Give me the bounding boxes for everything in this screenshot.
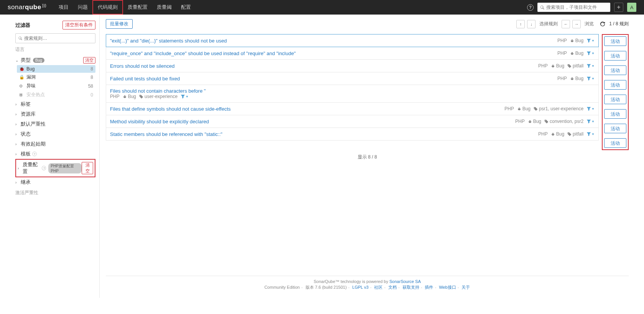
help-icon[interactable]: ?	[42, 166, 46, 170]
facet-tags-header[interactable]: 标签	[15, 99, 95, 109]
filter-sidebar: 过滤器 清空所有条件 语言 类型 Bug 清空 🐞 Bug 8 🔒 漏洞 8	[0, 15, 100, 298]
rule-title[interactable]: Failed unit tests should be fixed	[110, 76, 180, 82]
nav-item-rules[interactable]: 代码规则	[92, 0, 123, 15]
facet-profile-header[interactable]: 质量配置 ? PHP质量配置 PHP 清空	[18, 160, 93, 176]
filter-similar-button[interactable]: ▼	[586, 76, 595, 81]
facet-item-codesmell[interactable]: ⊝ 异味 58	[17, 82, 95, 90]
footer-link[interactable]: Web接口	[439, 285, 456, 289]
filter-similar-button[interactable]: ▼	[181, 94, 189, 99]
nav-item-quality-gates[interactable]: 质量阈	[152, 0, 176, 15]
rule-meta: PHP Bug pitfall ▼	[538, 131, 595, 137]
bulk-change-button[interactable]: 批量修改	[106, 19, 133, 29]
activate-button[interactable]: 活动	[604, 138, 626, 148]
facet-item-count: 0	[90, 92, 93, 98]
filter-similar-button[interactable]: ▼	[586, 64, 595, 68]
activate-button[interactable]: 活动	[604, 36, 626, 46]
filter-similar-button[interactable]: ▼	[586, 51, 595, 56]
nav-item-projects[interactable]: 项目	[54, 0, 73, 15]
facet-label: 标签	[21, 101, 31, 108]
facet-item-vulnerability[interactable]: 🔒 漏洞 8	[17, 73, 95, 82]
activate-button[interactable]: 活动	[604, 65, 626, 75]
filter-similar-button[interactable]: ▼	[586, 38, 595, 43]
global-search[interactable]	[537, 3, 610, 12]
facet-item-bug[interactable]: 🐞 Bug 8	[17, 65, 95, 73]
browse-back-button[interactable]: ←	[562, 20, 570, 28]
rule-row[interactable]: Errors should not be silenced PHP Bug pi…	[106, 59, 599, 72]
chevron-down-icon	[15, 58, 19, 62]
facet-type-header[interactable]: 类型 Bug 清空	[15, 55, 95, 65]
rule-title[interactable]: Method visibility should be explicitly d…	[110, 119, 209, 124]
footer-line1: SonarQube™ technology is powered by Sona…	[106, 279, 629, 284]
filter-search[interactable]	[15, 33, 95, 43]
facet-item-label: 异味	[26, 83, 36, 89]
rule-lang: PHP	[504, 106, 514, 111]
rule-title[interactable]: "exit(...)" and "die(...)" statements sh…	[110, 38, 227, 44]
rule-row[interactable]: Failed unit tests should be fixed PHP Bu…	[106, 72, 599, 85]
nav-item-quality-profiles[interactable]: 质量配置	[123, 0, 152, 15]
footer-sonarsource-link[interactable]: SonarSource SA	[389, 279, 421, 284]
help-icon[interactable]: ?	[32, 152, 37, 156]
rule-row[interactable]: Static members should be referenced with…	[106, 128, 599, 141]
facet-repo-header[interactable]: 资源库	[15, 109, 95, 119]
filter-similar-button[interactable]: ▼	[586, 119, 595, 124]
help-icon[interactable]: ?	[527, 4, 534, 11]
rule-meta: PHP Bug ▼	[557, 51, 595, 56]
rule-row[interactable]: "exit(...)" and "die(...)" statements sh…	[106, 34, 599, 47]
global-search-input[interactable]	[546, 5, 608, 10]
footer-link[interactable]: 文档	[388, 285, 397, 289]
rule-row[interactable]: Method visibility should be explicitly d…	[106, 115, 599, 128]
facet-type-clear-button[interactable]: 清空	[83, 57, 95, 64]
filter-similar-button[interactable]: ▼	[586, 106, 595, 111]
create-button[interactable]: +	[614, 3, 623, 12]
rule-lang: PHP	[110, 94, 120, 99]
activate-button[interactable]: 活动	[604, 95, 626, 104]
footer-link[interactable]: LGPL v3	[352, 285, 368, 289]
activate-button[interactable]: 活动	[604, 80, 626, 90]
rule-row[interactable]: "require_once" and "include_once" should…	[106, 47, 599, 60]
facet-status-header[interactable]: 状态	[15, 129, 95, 139]
rule-row[interactable]: Files that define symbols should not cau…	[106, 102, 599, 115]
rule-type: Bug	[517, 106, 531, 111]
nav-item-admin[interactable]: 配置	[176, 0, 196, 15]
facet-severity-header[interactable]: 默认严重性	[15, 119, 95, 129]
rule-lang: PHP	[557, 51, 567, 56]
rule-type: Bug	[528, 119, 541, 124]
browse-forward-button[interactable]: →	[572, 20, 581, 28]
rule-title[interactable]: Files that define symbols should not cau…	[110, 106, 231, 112]
facet-inheritance-header[interactable]: 继承	[15, 177, 95, 187]
footer-link[interactable]: 插件	[425, 285, 433, 289]
chevron-right-icon	[15, 122, 19, 126]
rule-title[interactable]: "require_once" and "include_once" should…	[110, 51, 296, 56]
rule-meta: PHP Bug ▼	[557, 38, 595, 43]
reload-button[interactable]	[600, 21, 607, 27]
activate-button[interactable]: 活动	[604, 124, 626, 133]
activate-button[interactable]: 活动	[604, 51, 626, 61]
rule-row[interactable]: Files should not contain characters befo…	[106, 85, 599, 103]
rule-title[interactable]: Static members should be referenced with…	[110, 131, 222, 137]
user-avatar[interactable]: A	[627, 3, 636, 12]
select-prev-button[interactable]: ↑	[516, 20, 525, 28]
brand-logo[interactable]: sonarqube)))	[8, 3, 46, 11]
facet-label: 有效起始期	[21, 141, 46, 147]
facet-template-header[interactable]: 模板?	[15, 149, 95, 159]
facet-profile-clear-button[interactable]: 清空	[82, 162, 93, 174]
facet-available-since-header[interactable]: 有效起始期	[15, 139, 95, 149]
chevron-right-icon	[15, 152, 19, 156]
facet-label: 默认严重性	[21, 121, 46, 128]
filter-search-input[interactable]	[24, 36, 93, 41]
rule-title[interactable]: Files should not contain characters befo…	[110, 88, 206, 99]
select-next-button[interactable]: ↓	[527, 20, 536, 28]
facet-label: 资源库	[21, 111, 36, 118]
clear-all-button[interactable]: 清空所有条件	[62, 21, 95, 29]
filter-similar-button[interactable]: ▼	[586, 132, 595, 136]
footer-link[interactable]: 关于	[462, 285, 470, 289]
facet-item-count: 8	[90, 66, 93, 72]
search-icon	[18, 36, 23, 41]
footer-link[interactable]: 社区	[374, 285, 383, 289]
activate-button[interactable]: 活动	[604, 109, 626, 119]
nav-item-issues[interactable]: 问题	[73, 0, 92, 15]
nav-right: ? + A	[527, 3, 636, 12]
rule-lang: PHP	[538, 63, 548, 69]
footer-link[interactable]: 获取支持	[402, 285, 419, 289]
rule-title[interactable]: Errors should not be silenced	[110, 63, 174, 69]
